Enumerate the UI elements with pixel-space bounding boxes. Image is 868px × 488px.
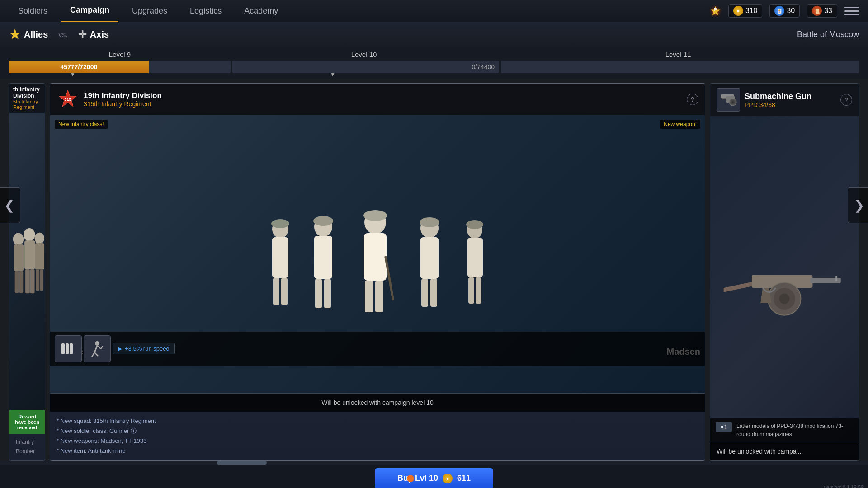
right-card-info-overlay: ×1 Latter models of PPD-34/38 modificati… (710, 418, 859, 442)
card-right-titles: Submachine Gun PPD 34/38 (745, 92, 836, 108)
bottom-bar: Buy Lvl 10 ● 611 version: 0.1.19.59 (0, 465, 868, 488)
card-center-help-button[interactable]: ? (687, 94, 698, 105)
ammo-icon-box (55, 335, 82, 362)
svg-rect-20 (315, 279, 322, 308)
svg-rect-35 (467, 238, 483, 277)
allies-faction[interactable]: ★ Allies (9, 27, 48, 42)
svg-line-45 (94, 352, 98, 356)
scroll-icon: 📜 (812, 6, 822, 16)
svg-rect-3 (19, 271, 23, 293)
axis-faction[interactable]: ✛ Axis (78, 29, 109, 41)
progress-track-level11 (501, 61, 859, 73)
svg-rect-30 (420, 237, 439, 279)
scroll-bar-thumb[interactable] (217, 461, 267, 465)
svg-rect-6 (25, 269, 30, 294)
buy-button[interactable]: Buy Lvl 10 ● 611 (375, 468, 493, 488)
card-left-regiment: 5th Infantry Regiment (13, 99, 41, 110)
class-icons-row: ▶ +3.5% run speed (50, 332, 705, 366)
bottom-item-1: Infantry (16, 437, 38, 447)
svg-rect-10 (36, 270, 40, 291)
allies-star-icon: ★ (9, 27, 20, 42)
svg-rect-15 (273, 278, 279, 305)
svg-point-0 (13, 233, 24, 245)
unlock-detail-4: * New item: Anti-tank mine (57, 446, 698, 456)
svg-rect-51 (722, 98, 726, 99)
weapon-description: Latter models of PPD-34/38 modification … (736, 422, 853, 438)
card-left-image (9, 113, 45, 410)
nav-upgrades[interactable]: Upgrades (123, 0, 176, 22)
svg-rect-19 (314, 236, 332, 279)
svg-point-22 (313, 216, 333, 226)
nav-soldiers[interactable]: Soldiers (9, 0, 57, 22)
svg-rect-36 (468, 277, 474, 304)
chevron-level9-icon[interactable]: ▼ (70, 71, 75, 78)
next-arrow[interactable]: ❯ (848, 187, 868, 223)
svg-point-4 (24, 228, 35, 241)
svg-point-33 (420, 217, 439, 227)
quantity-label: ×1 (716, 422, 732, 432)
card-left-division: th Infantry Division (13, 86, 41, 99)
level9-label: Level 9 (9, 51, 231, 58)
buy-coin-icon: ● (443, 474, 453, 483)
scroll-bar-area (0, 461, 868, 465)
card-left-bottom: Infantry Bomber (9, 434, 45, 460)
new-class-tag: New infantry class! (55, 120, 108, 129)
unlock-detail-2: * New soldier class: Gunner ⓘ (57, 426, 698, 436)
orange-dot-indicator (407, 475, 414, 482)
svg-point-42 (95, 341, 99, 346)
progress-text-level9: 45777/72000 (60, 63, 97, 70)
run-speed-badge: ▶ +3.5% run speed (113, 343, 175, 354)
svg-rect-60 (835, 276, 837, 281)
svg-point-27 (363, 210, 387, 221)
card-center-division: 19th Infantry Division (84, 91, 682, 100)
card-left-bg (9, 113, 45, 410)
new-weapon-tag: New weapon! (660, 120, 700, 129)
svg-rect-21 (324, 279, 331, 308)
card-left-titles: th Infantry Division 5th Infantry Regime… (13, 86, 41, 110)
unlock-detail-3: * New weapons: Madsen, TT-1933 (57, 436, 698, 446)
nav-logistics[interactable]: Logistics (181, 0, 231, 22)
card-left-partial: th Infantry Division 5th Infantry Regime… (9, 83, 45, 461)
soldiers-center-silhouette (253, 188, 502, 319)
card-right-header: Submachine Gun PPD 34/38 ? (710, 84, 859, 116)
card-right-image-area: ×1 Latter models of PPD-34/38 modificati… (710, 116, 859, 442)
axis-cross-icon: ✛ (78, 29, 86, 41)
unlock-banner-center: Will be unlocked with campaign level 10 (50, 393, 705, 412)
card-right-help-button[interactable]: ? (840, 94, 852, 106)
weapon-icon-box (717, 88, 740, 112)
svg-point-8 (35, 233, 44, 244)
progress-track-level9: 45777/72000 (9, 61, 231, 73)
svg-rect-11 (40, 270, 43, 291)
card-right-weapon-bg (710, 116, 859, 442)
division-number: 315 (64, 97, 71, 102)
svg-rect-37 (476, 277, 481, 304)
chevron-level10-icon[interactable]: ▼ (330, 71, 335, 78)
svg-rect-2 (15, 271, 19, 293)
unlock-detail-1: * New squad: 315th Infantry Regiment (57, 416, 698, 426)
new-class-overlay: New infantry class! New weapon! (50, 115, 705, 133)
prev-arrow[interactable]: ❮ (0, 187, 20, 223)
faction-bar: ★ Allies vs. ✛ Axis Battle of Moscow (0, 22, 868, 47)
progress-text-level10: 0/74400 (472, 63, 495, 70)
run-speed-text: +3.5% run speed (125, 345, 170, 352)
progress-track-level10: 0/74400 (232, 61, 499, 73)
top-navigation: Soldiers Campaign Upgrades Logistics Aca… (0, 0, 868, 22)
svg-line-44 (92, 352, 94, 357)
level10-label: Level 10 (231, 51, 497, 58)
svg-rect-7 (30, 269, 35, 294)
gold-currency: ● 310 (728, 4, 763, 18)
rank-star-icon: ★ ⚑ (710, 4, 721, 19)
card-center: 315 19th Infantry Division 315th Infantr… (50, 83, 705, 461)
level11-label: Level 11 (497, 51, 859, 58)
buy-cost: 611 (457, 474, 471, 483)
vs-text: vs. (58, 31, 67, 39)
runner-icon-box (84, 335, 111, 362)
svg-rect-32 (430, 279, 437, 307)
scrolls-currency: 📜 33 (807, 4, 837, 18)
nav-right-area: ★ ⚑ ● 310 🃏 30 📜 33 (710, 4, 859, 19)
card-right-category: Submachine Gun (745, 92, 836, 101)
progress-fill-level9: 45777/72000 (9, 61, 149, 73)
nav-academy[interactable]: Academy (235, 0, 287, 22)
nav-campaign[interactable]: Campaign (61, 0, 118, 22)
menu-button[interactable] (844, 4, 859, 18)
